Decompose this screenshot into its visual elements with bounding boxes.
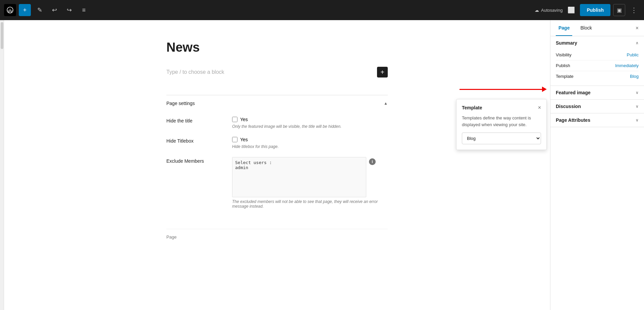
undo-button[interactable]: ↩ [48,4,60,16]
members-container: Select users : admin i [232,157,388,197]
exclude-members-label: Exclude Members [166,157,227,164]
page-footer: Page [166,229,388,245]
template-key: Template [556,74,574,79]
members-hint: The excluded members will not be able to… [232,199,388,209]
redo-button[interactable]: ↪ [63,4,75,16]
featured-image-title: Featured image [556,90,590,95]
page-attributes-title: Page Attributes [556,117,590,123]
template-select[interactable]: Blog Default Full Width [462,133,541,144]
page-settings-section: Page settings ▲ Hide the title Yes Only … [166,95,388,222]
publish-value[interactable]: Immediately [615,63,639,68]
visibility-value[interactable]: Public [627,52,639,57]
discussion-header[interactable]: Discussion ∨ [550,100,644,113]
cloud-icon: ☁ [535,8,539,13]
template-popup: Template × Templates define the way cont… [456,99,547,150]
toolbar: + ✎ ↩ ↪ ≡ ☁ Autosaving ⬜ Publish ▣ ⋮ [0,0,644,20]
hide-title-row: Hide the title Yes Only the featured ima… [166,117,388,129]
template-popup-description: Templates define the way content is disp… [462,115,541,128]
hide-titlebox-checkbox-row: Yes [232,137,388,142]
main-layout: News Type / to choose a block + Page set… [0,20,644,310]
publish-row: Publish Immediately [556,60,639,71]
sidebar-close-button[interactable]: × [636,25,639,31]
editor-area: News Type / to choose a block + Page set… [4,20,550,310]
summary-header[interactable]: Summary ∧ [550,36,644,50]
settings-grid: Hide the title Yes Only the featured ima… [166,111,388,222]
summary-title: Summary [556,40,577,46]
tools-icon: ≡ [82,7,86,14]
pencil-icon: ✎ [37,6,42,14]
ellipsis-icon: ⋮ [631,6,637,14]
vertical-scrollbar[interactable] [0,20,4,310]
publish-key: Publish [556,63,570,68]
tools-button[interactable]: ≡ [78,4,90,16]
block-placeholder[interactable]: Type / to choose a block + [166,63,388,82]
template-popup-title: Template [462,105,482,110]
undo-icon: ↩ [52,6,57,14]
template-popup-header: Template × [462,105,541,111]
page-attributes-chevron: ∨ [636,118,639,122]
editor-content: News Type / to choose a block + Page set… [153,40,401,245]
summary-chevron: ∧ [636,41,639,45]
edit-mode-button[interactable]: ✎ [34,4,46,16]
page-settings-title: Page settings [166,101,195,106]
visibility-key: Visibility [556,52,572,57]
hide-titlebox-checkbox[interactable] [232,137,237,142]
template-value[interactable]: Blog [630,74,639,79]
discussion-chevron: ∨ [636,104,639,109]
featured-image-header[interactable]: Featured image ∨ [550,86,644,99]
page-settings-chevron: ▲ [384,101,388,106]
sidebar-toggle-button[interactable]: ▣ [613,4,625,16]
scroll-thumb[interactable] [1,22,3,49]
redo-icon: ↪ [67,6,72,14]
more-options-button[interactable]: ⋮ [628,4,640,16]
tab-page[interactable]: Page [556,20,572,36]
sidebar-tabs: Page Block × [550,20,644,36]
exclude-members-row: Exclude Members Select users : admin i T… [166,157,388,209]
summary-content: Visibility Public Publish Immediately Te… [550,50,644,86]
add-block-inline-button[interactable]: + [377,67,388,78]
red-arrow-annotation [460,87,547,92]
hide-titlebox-label: Hide Titlebox [166,137,227,144]
hide-title-label: Hide the title [166,117,227,123]
page-settings-header[interactable]: Page settings ▲ [166,95,388,111]
wp-logo [4,4,16,16]
post-title[interactable]: News [166,40,388,55]
featured-image-chevron: ∨ [636,90,639,95]
exclude-members-control: Select users : admin i The excluded memb… [232,157,388,209]
featured-image-section: Featured image ∨ [550,86,644,100]
discussion-title: Discussion [556,104,581,109]
add-block-toolbar-button[interactable]: + [19,4,31,16]
members-textarea[interactable]: Select users : admin [232,157,366,197]
autosaving-status: ☁ Autosaving [535,8,562,13]
publish-button[interactable]: Publish [580,4,610,16]
right-sidebar: Page Block × Summary ∧ Visibility Public… [550,20,644,310]
visibility-row: Visibility Public [556,50,639,60]
hide-title-hint: Only the featured image will be visible,… [232,124,388,129]
template-popup-close-button[interactable]: × [538,105,541,111]
discussion-section: Discussion ∨ [550,100,644,113]
info-icon[interactable]: i [369,158,376,165]
page-attributes-header[interactable]: Page Attributes ∨ [550,113,644,127]
view-icon: ⬜ [568,6,575,14]
hide-title-checkbox-row: Yes [232,117,388,122]
hide-titlebox-checkbox-label: Yes [240,137,248,142]
hide-titlebox-hint: Hide titlebox for this page. [232,144,388,149]
page-attributes-section: Page Attributes ∨ [550,113,644,127]
hide-titlebox-control: Yes Hide titlebox for this page. [232,137,388,149]
hide-title-checkbox[interactable] [232,117,237,122]
hide-title-control: Yes Only the featured image will be visi… [232,117,388,129]
hide-title-checkbox-label: Yes [240,117,248,122]
hide-titlebox-row: Hide Titlebox Yes Hide titlebox for this… [166,137,388,149]
tab-block[interactable]: Block [578,20,594,36]
sidebar-icon: ▣ [617,7,622,13]
view-post-button[interactable]: ⬜ [565,4,577,16]
template-row: Template Blog [556,71,639,82]
summary-section: Summary ∧ Visibility Public Publish Imme… [550,36,644,86]
